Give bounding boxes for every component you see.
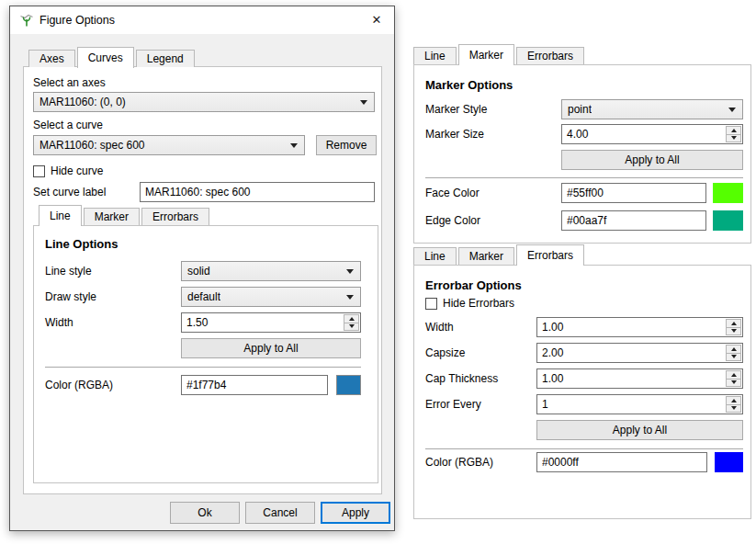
divider: [425, 448, 743, 449]
tab-marker[interactable]: Marker: [458, 44, 514, 65]
set-curve-label: Set curve label: [33, 182, 106, 202]
face-color-label: Face Color: [425, 183, 480, 203]
select-curve-label: Select a curve: [33, 115, 103, 135]
spin-down-icon[interactable]: [727, 354, 740, 361]
remove-curve-button[interactable]: Remove: [316, 135, 377, 155]
tab-marker[interactable]: Marker: [458, 247, 514, 265]
draw-style-select[interactable]: default: [181, 287, 361, 307]
errorbar-width-label: Width: [425, 317, 454, 337]
checkbox-box[interactable]: [33, 165, 45, 177]
chevron-down-icon: [346, 269, 354, 274]
errorbar-pane: Errorbar Options Hide Errorbars Width 1.…: [413, 265, 751, 519]
chevron-down-icon: [346, 295, 354, 300]
line-color-swatch[interactable]: [336, 375, 361, 395]
spin-up-icon[interactable]: [727, 397, 740, 405]
spin-up-icon[interactable]: [344, 315, 358, 323]
marker-panel-tabbar: Line Marker Errorbars: [413, 44, 586, 64]
errorbar-color-input[interactable]: [536, 452, 707, 472]
capsize-label: Capsize: [425, 343, 465, 363]
spin-up-icon[interactable]: [727, 371, 740, 380]
error-every-spinbox[interactable]: 1: [536, 394, 743, 414]
line-color-label: Color (RGBA): [45, 375, 113, 395]
tab-legend[interactable]: Legend: [136, 50, 195, 67]
marker-style-select[interactable]: point: [561, 99, 743, 119]
marker-size-spinbox[interactable]: 4.00: [561, 124, 743, 144]
tab-curves[interactable]: Curves: [77, 47, 134, 68]
chevron-down-icon: [728, 108, 736, 112]
capsize-spinbox[interactable]: 2.00: [536, 343, 743, 363]
tab-errorbars[interactable]: Errorbars: [516, 47, 584, 64]
cancel-button[interactable]: Cancel: [245, 502, 315, 524]
edge-color-swatch[interactable]: [713, 210, 743, 231]
hide-curve-label: Hide curve: [51, 164, 103, 177]
axes-select-value: MAR11060: (0, 0): [39, 96, 126, 108]
chevron-down-icon: [290, 143, 298, 148]
marker-size-label: Marker Size: [425, 124, 484, 144]
divider: [425, 177, 743, 178]
tab-axes[interactable]: Axes: [28, 50, 75, 67]
spin-up-icon[interactable]: [727, 346, 740, 354]
curve-label-input[interactable]: [140, 182, 375, 202]
select-axes-label: Select an axes: [33, 73, 106, 93]
hide-errorbars-label: Hide Errorbars: [443, 297, 514, 310]
cap-thickness-spinbox[interactable]: 1.00: [536, 368, 743, 389]
errorbar-apply-all-button[interactable]: Apply to All: [536, 420, 743, 440]
figure-options-dialog: Figure Options ✕ Axes Curves Legend Sele…: [9, 6, 395, 531]
spin-down-icon[interactable]: [727, 328, 740, 335]
spin-down-icon[interactable]: [727, 405, 740, 413]
marker-options-heading: Marker Options: [425, 78, 513, 92]
subtab-line[interactable]: Line: [39, 205, 82, 226]
line-pane: Line Options Line style solid Draw style…: [33, 225, 378, 483]
line-color-input[interactable]: [181, 375, 328, 395]
spin-down-icon[interactable]: [344, 323, 358, 331]
curve-select[interactable]: MAR11060: spec 600: [33, 135, 305, 155]
line-width-spinbox[interactable]: 1.50: [181, 312, 361, 333]
spin-up-icon[interactable]: [727, 127, 740, 135]
curve-style-tabbar: Line Marker Errorbars: [39, 205, 211, 225]
chevron-down-icon: [360, 100, 367, 105]
errorbar-width-spinbox[interactable]: 1.00: [536, 317, 743, 337]
marker-style-label: Marker Style: [425, 99, 487, 119]
axes-select[interactable]: MAR11060: (0, 0): [33, 92, 375, 112]
tab-line[interactable]: Line: [413, 247, 457, 265]
checkbox-box[interactable]: [425, 298, 437, 310]
dialog-tabbar: Axes Curves Legend: [28, 47, 197, 67]
errorbar-color-swatch[interactable]: [715, 452, 743, 472]
ok-button[interactable]: Ok: [170, 502, 240, 524]
line-style-label: Line style: [45, 261, 92, 281]
spin-up-icon[interactable]: [727, 320, 740, 328]
title-bar[interactable]: Figure Options ✕: [10, 6, 394, 34]
app-icon: [19, 13, 34, 28]
spin-down-icon[interactable]: [727, 380, 740, 387]
tab-errorbars[interactable]: Errorbars: [516, 244, 584, 266]
screen: Figure Options ✕ Axes Curves Legend Sele…: [0, 0, 756, 544]
errorbar-color-label: Color (RGBA): [425, 452, 493, 472]
marker-pane: Marker Options Marker Style point Marker…: [413, 64, 751, 244]
edge-color-input[interactable]: [561, 210, 706, 231]
line-style-select[interactable]: solid: [181, 261, 361, 281]
errorbar-options-heading: Errorbar Options: [425, 278, 522, 292]
window-title: Figure Options: [39, 6, 115, 34]
curves-pane: Select an axes MAR11060: (0, 0) Select a…: [23, 66, 382, 494]
cap-thickness-label: Cap Thickness: [425, 368, 498, 389]
subtab-errorbars[interactable]: Errorbars: [141, 208, 209, 225]
divider: [45, 367, 361, 368]
line-apply-all-button[interactable]: Apply to All: [181, 338, 361, 358]
apply-button[interactable]: Apply: [321, 502, 390, 524]
marker-apply-all-button[interactable]: Apply to All: [561, 150, 743, 170]
spin-down-icon[interactable]: [727, 135, 740, 142]
close-icon[interactable]: ✕: [361, 8, 392, 30]
curve-select-value: MAR11060: spec 600: [39, 139, 145, 152]
hide-errorbars-checkbox[interactable]: Hide Errorbars: [425, 297, 514, 310]
hide-curve-checkbox[interactable]: Hide curve: [33, 164, 103, 177]
line-width-label: Width: [45, 312, 73, 333]
subtab-marker[interactable]: Marker: [84, 208, 140, 225]
edge-color-label: Edge Color: [425, 210, 480, 231]
line-options-heading: Line Options: [45, 237, 118, 251]
tab-line[interactable]: Line: [413, 47, 457, 64]
face-color-swatch[interactable]: [713, 183, 743, 203]
errorbar-panel-tabbar: Line Marker Errorbars: [413, 244, 586, 265]
draw-style-label: Draw style: [45, 287, 96, 307]
face-color-input[interactable]: [561, 183, 706, 203]
error-every-label: Error Every: [425, 394, 481, 414]
